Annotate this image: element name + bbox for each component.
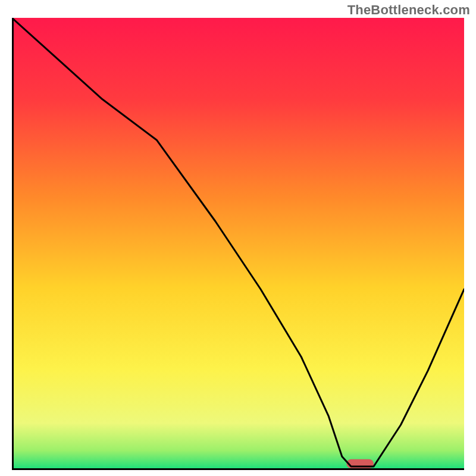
chart-background bbox=[14, 18, 464, 468]
watermark-text: TheBottleneck.com bbox=[347, 2, 470, 18]
chart-area bbox=[12, 18, 464, 470]
chart-svg bbox=[12, 18, 464, 470]
